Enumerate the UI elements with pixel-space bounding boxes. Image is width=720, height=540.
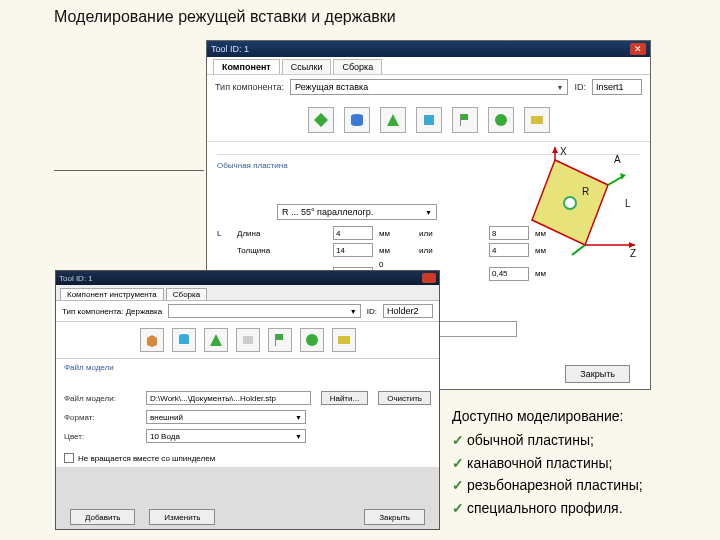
svg-rect-29 xyxy=(275,334,283,340)
format-label: Формат: xyxy=(64,413,136,422)
chevron-down-icon: ▼ xyxy=(350,308,357,315)
close-icon[interactable] xyxy=(422,273,436,283)
insert-diagram: X A L R Z xyxy=(510,145,640,265)
no-rotate-checkbox[interactable]: Не вращается вместе со шпинделем xyxy=(64,453,431,463)
modeling-heading: Доступно моделирование: xyxy=(452,405,643,427)
cone-icon[interactable] xyxy=(204,328,228,352)
shape-select[interactable]: R ... 55° параллелогр.▼ xyxy=(277,204,437,220)
bar-icon[interactable] xyxy=(332,328,356,352)
id-label: ID: xyxy=(574,82,586,92)
param-input[interactable]: 0,45 xyxy=(489,267,529,281)
block-icon[interactable] xyxy=(236,328,260,352)
param-name: Толщина xyxy=(237,246,327,255)
shape-block-icon[interactable] xyxy=(524,107,550,133)
svg-marker-24 xyxy=(147,335,157,347)
close-button[interactable]: Закрыть xyxy=(364,509,425,525)
window-title: Tool ID: 1 xyxy=(59,274,93,283)
component-type-label: Тип компонента: Державка xyxy=(62,307,162,316)
svg-line-14 xyxy=(572,245,585,255)
shape-select-value: R ... 55° параллелогр. xyxy=(282,207,373,217)
param-unit: мм xyxy=(535,269,559,278)
svg-marker-18 xyxy=(552,147,558,153)
color-value: 10 Вода xyxy=(150,432,180,441)
id-label: ID: xyxy=(367,307,377,316)
svg-text:L: L xyxy=(625,198,631,209)
list-item: ✓канавочной пластины; xyxy=(452,452,643,474)
clear-button[interactable]: Очистить xyxy=(378,391,431,405)
titlebar[interactable]: Tool ID: 1 xyxy=(56,271,439,285)
flag-icon[interactable] xyxy=(268,328,292,352)
list-item: ✓специального профиля. xyxy=(452,497,643,519)
svg-point-31 xyxy=(306,334,318,346)
svg-marker-4 xyxy=(387,114,399,126)
svg-rect-5 xyxy=(424,115,434,125)
component-type-label: Тип компонента: xyxy=(215,82,284,92)
id-field[interactable]: Insert1 xyxy=(592,79,642,95)
disc-icon[interactable] xyxy=(300,328,324,352)
param-input[interactable]: 14 xyxy=(333,243,373,257)
component-type-select[interactable]: Режущая вставка▼ xyxy=(290,79,568,95)
param-name: Длина xyxy=(237,229,327,238)
tabs: Компонент инструмента Сборка xyxy=(56,285,439,301)
shape-square-icon[interactable] xyxy=(416,107,442,133)
cylinder-icon[interactable] xyxy=(172,328,196,352)
format-select[interactable]: внешний▼ xyxy=(146,410,306,424)
chevron-down-icon: ▼ xyxy=(425,209,432,216)
tab-component[interactable]: Компонент инструмента xyxy=(60,288,164,300)
param-unit: мм xyxy=(379,229,413,238)
param-or: или xyxy=(419,246,483,255)
component-type-value: Режущая вставка xyxy=(295,82,368,92)
param-or: или xyxy=(419,229,483,238)
svg-point-3 xyxy=(351,122,363,126)
add-button[interactable]: Добавить xyxy=(70,509,135,525)
svg-text:A: A xyxy=(614,154,621,165)
shape-rhombus-icon[interactable] xyxy=(308,107,334,133)
svg-rect-28 xyxy=(243,336,253,344)
browse-button[interactable]: Найти... xyxy=(321,391,369,405)
svg-rect-6 xyxy=(460,114,468,120)
file-path-field[interactable]: D:\Work\...\Документы\...Holder.stp xyxy=(146,391,311,405)
tab-assembly[interactable]: Сборка xyxy=(166,288,207,300)
shape-toolbar xyxy=(56,322,439,359)
id-field[interactable]: Holder2 xyxy=(383,304,433,318)
svg-rect-9 xyxy=(531,116,543,124)
shape-flag-icon[interactable] xyxy=(452,107,478,133)
shape-cylinder-icon[interactable] xyxy=(344,107,370,133)
close-button[interactable]: Закрыть xyxy=(565,365,630,383)
chevron-down-icon: ▼ xyxy=(295,414,302,421)
holder-dialog: Tool ID: 1 Компонент инструмента Сборка … xyxy=(55,270,440,530)
checkbox-label: Не вращается вместе со шпинделем xyxy=(78,454,215,463)
tab-references[interactable]: Ссылки xyxy=(282,59,332,74)
shape-triangle-icon[interactable] xyxy=(380,107,406,133)
param-idx: L xyxy=(217,229,231,238)
color-select[interactable]: 10 Вода▼ xyxy=(146,429,306,443)
svg-point-11 xyxy=(564,197,576,209)
check-icon: ✓ xyxy=(452,452,464,474)
tab-assembly[interactable]: Сборка xyxy=(333,59,382,74)
param-input[interactable]: 4 xyxy=(333,226,373,240)
check-icon: ✓ xyxy=(452,474,464,496)
file-label: Файл модели: xyxy=(64,394,136,403)
param-unit: мм xyxy=(379,246,413,255)
tabs: Компонент Ссылки Сборка xyxy=(207,57,650,75)
modeling-list: Доступно моделирование: ✓обычной пластин… xyxy=(452,405,643,519)
svg-rect-32 xyxy=(338,336,350,344)
slide-title: Моделирование режущей вставки и державки xyxy=(54,8,396,26)
list-item: ✓резьбонарезной пластины; xyxy=(452,474,643,496)
tab-component[interactable]: Компонент xyxy=(213,59,280,74)
svg-text:Z: Z xyxy=(630,248,636,259)
close-icon[interactable]: ✕ xyxy=(630,43,646,55)
shape-disc-icon[interactable] xyxy=(488,107,514,133)
section-header: Файл модели xyxy=(56,359,439,376)
cube-icon[interactable] xyxy=(140,328,164,352)
titlebar[interactable]: Tool ID: 1 ✕ xyxy=(207,41,650,57)
svg-marker-27 xyxy=(210,334,222,346)
shape-toolbar xyxy=(207,99,650,142)
svg-marker-0 xyxy=(314,113,328,127)
color-label: Цвет: xyxy=(64,432,136,441)
component-type-select[interactable]: ▼ xyxy=(168,304,361,318)
svg-text:R: R xyxy=(582,186,589,197)
svg-text:X: X xyxy=(560,146,567,157)
window-title: Tool ID: 1 xyxy=(211,44,249,54)
edit-button[interactable]: Изменить xyxy=(149,509,215,525)
